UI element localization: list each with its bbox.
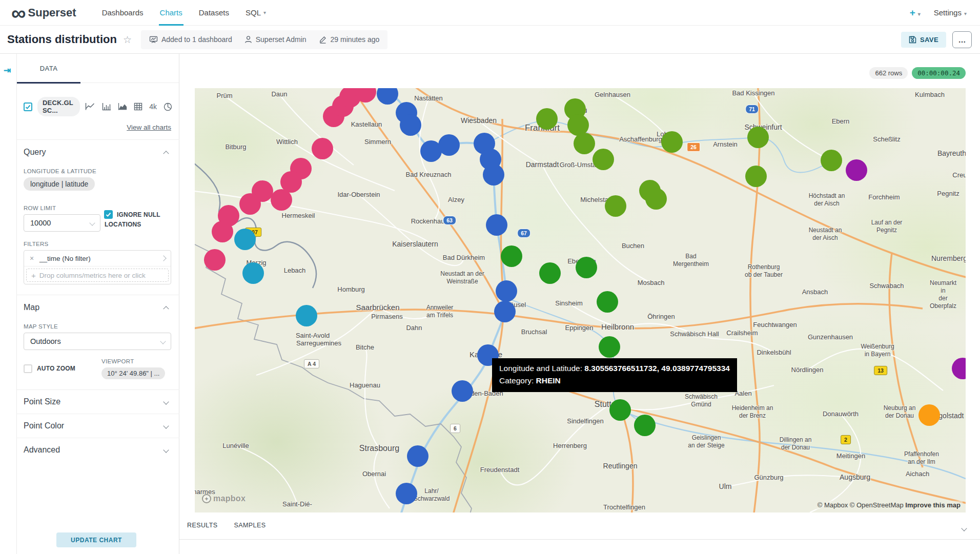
nav-item-charts[interactable]: Charts	[152, 0, 191, 26]
station-dot-pink[interactable]	[271, 189, 292, 211]
map-city-label: Forchheim	[868, 193, 900, 201]
update-chart-button[interactable]: UPDATE CHART	[56, 532, 136, 547]
pencil-icon	[319, 35, 327, 44]
ignore-null-label: IGNORE NULL LOCATIONS	[117, 210, 160, 230]
station-dot-olive[interactable]	[747, 127, 769, 148]
map-city-label: Saint-Avold	[296, 332, 330, 340]
station-dot-green[interactable]	[501, 245, 522, 267]
more-options-button[interactable]: …	[952, 31, 972, 48]
dashboard-count-badge[interactable]: Added to 1 dashboard	[149, 35, 232, 44]
map-city-label: Augsburg	[840, 473, 870, 482]
improve-map-link[interactable]: Improve this map	[905, 501, 961, 509]
line-chart-icon[interactable]	[85, 102, 95, 111]
section-point-color[interactable]: Point Color	[17, 414, 179, 438]
ignore-null-checkbox[interactable]	[104, 210, 113, 219]
map-city-label: Saint-Dié-	[282, 500, 312, 508]
section-point-size[interactable]: Point Size	[17, 390, 179, 414]
table-icon[interactable]	[134, 102, 142, 111]
nav-item-sql[interactable]: SQL▾	[237, 0, 274, 26]
station-dot-blue[interactable]	[438, 134, 460, 156]
view-all-charts-link[interactable]: View all charts	[17, 124, 171, 131]
map-city-label: Obernai	[362, 470, 386, 478]
collapsed-sections: Point SizePoint ColorAdvanced	[17, 390, 179, 462]
station-dot-blue[interactable]	[400, 114, 421, 136]
station-dot-blue[interactable]	[494, 301, 516, 322]
map-city-label: Sindelfingen	[567, 417, 604, 425]
station-dot-pink[interactable]	[239, 193, 261, 215]
station-dot-teal[interactable]	[242, 262, 264, 284]
viz-4k-option[interactable]: 4k	[149, 102, 157, 111]
map-city-label: Trochtelfingen	[603, 503, 645, 511]
station-dot-blue[interactable]	[396, 483, 417, 504]
station-dot-olive[interactable]	[574, 133, 595, 154]
station-dot-teal[interactable]	[296, 305, 317, 326]
user-icon	[244, 35, 252, 44]
favorite-star-icon[interactable]: ☆	[123, 34, 132, 46]
station-dot-purple[interactable]	[846, 159, 867, 181]
viz-type-checkbox[interactable]	[24, 102, 32, 111]
viewport-value-pill[interactable]: 10° 24' 49.86" | ...	[101, 367, 165, 379]
nav-item-dashboards[interactable]: Dashboards	[94, 0, 152, 26]
lonlat-value-pill[interactable]: longitude | latitude	[24, 177, 95, 191]
bar-chart-icon[interactable]	[102, 102, 111, 111]
road-number-badge: 26	[687, 142, 700, 152]
station-dot-orange[interactable]	[918, 404, 940, 426]
filter-item-time[interactable]: × __time (No filter)	[24, 251, 171, 266]
station-dot-olive[interactable]	[821, 150, 842, 171]
map-section-header[interactable]: Map	[17, 295, 179, 317]
row-limit-select[interactable]: 10000	[24, 214, 100, 232]
area-chart-icon[interactable]	[118, 102, 127, 111]
section-advanced[interactable]: Advanced	[17, 438, 179, 462]
station-dot-blue[interactable]	[486, 214, 507, 236]
auto-zoom-checkbox[interactable]	[24, 364, 32, 373]
map-city-label: Bitche	[356, 343, 374, 352]
station-dot-blue[interactable]	[496, 280, 517, 302]
station-dot-olive[interactable]	[645, 188, 667, 210]
map-city-label: Kastellaun	[351, 120, 382, 129]
nav-items: DashboardsChartsDatasetsSQL▾	[94, 0, 274, 26]
pie-chart-icon[interactable]	[164, 102, 172, 111]
station-dot-blue[interactable]	[407, 445, 428, 467]
station-dot-green[interactable]	[576, 257, 597, 278]
superset-logo[interactable]: ∞ Superset	[11, 3, 76, 23]
expand-panel-icon[interactable]: ⇥	[4, 65, 11, 76]
station-dot-olive[interactable]	[745, 166, 767, 187]
last-modified-badge[interactable]: 29 minutes ago	[319, 35, 380, 44]
nav-item-datasets[interactable]: Datasets	[191, 0, 237, 26]
deckgl-scatter-map[interactable]: {"" } PrümDaunNastättenGelnhausenBad Kis…	[195, 88, 966, 512]
station-dot-teal[interactable]	[234, 229, 256, 250]
station-dot-blue[interactable]	[483, 164, 504, 186]
remove-filter-icon[interactable]: ×	[24, 254, 39, 262]
mapbox-logo[interactable]: ✦ mapbox	[202, 494, 246, 503]
new-item-button[interactable]: +▾	[910, 7, 921, 18]
station-dot-green[interactable]	[539, 262, 561, 284]
tab-data[interactable]: DATA	[17, 54, 80, 83]
settings-menu[interactable]: Settings▾	[934, 8, 967, 17]
station-dot-green[interactable]	[599, 336, 620, 358]
station-dot-green[interactable]	[634, 415, 656, 436]
station-dot-pink[interactable]	[312, 138, 333, 159]
collapse-results-icon[interactable]	[962, 523, 966, 532]
tab-results[interactable]: RESULTS	[187, 522, 218, 532]
chevron-down-icon: ▾	[918, 11, 921, 17]
station-dot-olive[interactable]	[536, 108, 558, 130]
map-city-label: Herrenberg	[553, 442, 587, 450]
save-button[interactable]: SAVE	[901, 32, 946, 48]
owner-badge[interactable]: Superset Admin	[244, 35, 307, 44]
station-dot-pink[interactable]	[204, 249, 226, 271]
tab-samples[interactable]: SAMPLES	[234, 522, 266, 532]
chevron-down-icon	[163, 447, 169, 453]
map-style-select[interactable]: Outdoors	[24, 333, 171, 350]
chevron-up-icon	[163, 151, 169, 156]
station-dot-blue[interactable]	[452, 380, 473, 402]
station-dot-olive[interactable]	[661, 131, 683, 153]
viz-type-selected[interactable]: DECK.GL SC...	[37, 97, 80, 116]
road-number-badge: 63	[443, 216, 456, 225]
station-dot-olive[interactable]	[593, 149, 614, 170]
station-dot-green[interactable]	[609, 399, 631, 421]
station-dot-pink[interactable]	[212, 221, 233, 242]
station-dot-olive[interactable]	[605, 195, 626, 217]
query-section-header[interactable]: Query	[17, 140, 179, 162]
filter-drop-zone[interactable]: + Drop columns/metrics here or click	[26, 269, 169, 282]
station-dot-green[interactable]	[597, 291, 618, 313]
